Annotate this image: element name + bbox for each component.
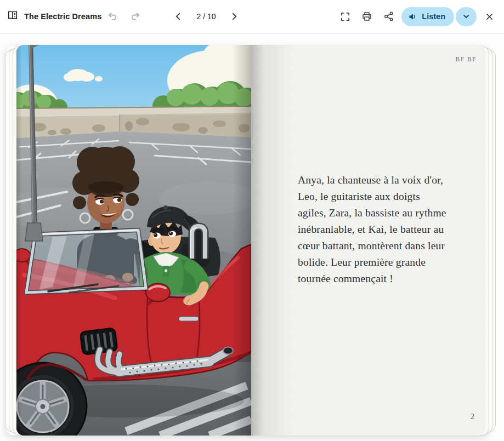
fullscreen-icon: [340, 12, 350, 22]
toolbar-left: The Electric Dreams: [7, 0, 101, 33]
listen-button[interactable]: Listen: [401, 7, 454, 26]
book-title: The Electric Dreams: [24, 12, 101, 21]
windshield: [26, 230, 146, 293]
chevron-right-icon: [229, 12, 239, 21]
close-icon: [485, 12, 494, 21]
front-wheel: [16, 363, 87, 436]
chevron-left-icon: [173, 12, 183, 21]
reader-window: The Electric Dreams 2: [0, 0, 504, 441]
story-text: Anya, la chanteuse à la voix d'or, Leo, …: [298, 172, 447, 287]
right-page[interactable]: BF BF Anya, la chanteuse à la voix d'or,…: [251, 45, 485, 436]
undo-icon: [107, 11, 118, 22]
left-page[interactable]: [16, 45, 251, 436]
toolbar-right: Listen: [336, 0, 499, 33]
listen-options-button[interactable]: [456, 7, 477, 26]
undo-button[interactable]: [103, 7, 122, 26]
chevron-down-icon: [462, 12, 471, 21]
share-icon: [383, 11, 394, 22]
door-handle: [179, 317, 199, 321]
prev-page-button[interactable]: [169, 7, 188, 26]
print-button[interactable]: [358, 7, 376, 26]
listen-label: Listen: [422, 12, 445, 21]
print-icon: [361, 11, 372, 22]
page-navigation: 2 / 10: [169, 0, 243, 33]
redo-button[interactable]: [126, 7, 145, 26]
page-indicator: 2 / 10: [191, 12, 222, 21]
redo-icon: [130, 11, 141, 22]
close-button[interactable]: [480, 7, 499, 26]
story-illustration: [16, 45, 251, 436]
page-number: 2: [471, 413, 474, 421]
toolbar-history: [103, 0, 145, 33]
toolbar: The Electric Dreams 2: [0, 0, 504, 34]
share-button[interactable]: [380, 7, 398, 26]
next-page-button[interactable]: [225, 7, 243, 26]
running-header: BF BF: [455, 56, 477, 62]
speaker-icon: [408, 12, 417, 21]
fullscreen-button[interactable]: [336, 7, 354, 26]
book-icon: [7, 9, 19, 24]
